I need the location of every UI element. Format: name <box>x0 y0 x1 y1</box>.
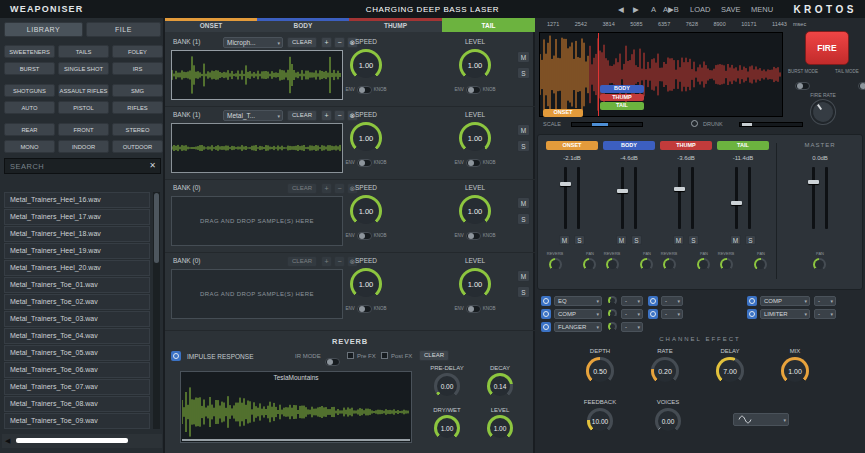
bank-mute-button[interactable]: M <box>517 197 530 209</box>
layer-chip-thump[interactable]: THUMP <box>600 94 644 102</box>
category-smg[interactable]: SMG <box>112 84 163 97</box>
category-front[interactable]: FRONT <box>58 123 109 136</box>
tab-onset[interactable]: ONSET <box>165 18 257 32</box>
env-knob-toggle[interactable] <box>357 159 372 167</box>
master-fx-slot-dropdown[interactable]: LIMITER▾ <box>760 309 810 319</box>
bank-mute-button[interactable]: M <box>517 124 530 136</box>
fx-power-icon[interactable] <box>541 322 551 332</box>
tab-thump[interactable]: THUMP <box>349 18 442 32</box>
pan-knob[interactable] <box>640 258 653 271</box>
drunk-slider-thumb[interactable] <box>742 123 752 126</box>
bank-solo-button[interactable]: S <box>517 140 530 152</box>
env-knob-toggle[interactable] <box>466 305 481 313</box>
fader-track[interactable] <box>735 167 738 229</box>
category-outdoor[interactable]: OUTDOOR <box>112 140 163 153</box>
fx-amount-knob[interactable] <box>608 322 617 331</box>
category-pistol[interactable]: PISTOL <box>58 101 109 114</box>
mix-knob[interactable]: 1.00 <box>781 357 809 385</box>
fader-thumb[interactable] <box>617 189 628 193</box>
category-auto[interactable]: AUTO <box>4 101 55 114</box>
scrollbar-thumb[interactable] <box>154 193 159 263</box>
mixer-chip-onset[interactable]: ONSET <box>546 141 598 150</box>
search-input[interactable]: SEARCH ✕ <box>4 158 161 174</box>
pan-knob[interactable] <box>754 258 767 271</box>
pan-knob[interactable] <box>583 258 596 271</box>
fire-button[interactable]: FIRE <box>805 31 849 65</box>
fx-power-icon[interactable] <box>648 296 658 306</box>
compare-ab-button[interactable]: A▶B <box>663 5 679 14</box>
compare-a-button[interactable]: A <box>651 5 656 14</box>
load-button[interactable]: LOAD <box>690 5 710 14</box>
mixer-mute-button[interactable]: M <box>616 235 627 245</box>
mixer-mute-button[interactable]: M <box>730 235 741 245</box>
decay-knob[interactable]: 0.14 <box>487 373 513 399</box>
speed-env-switch[interactable]: ENVKNOB <box>335 231 397 240</box>
speed-env-switch[interactable]: ENVKNOB <box>335 85 397 94</box>
lfo-waveform-dropdown[interactable]: ▾ <box>733 413 789 426</box>
fx-preset-dropdown[interactable]: -▾ <box>621 322 643 332</box>
bank-solo-button[interactable]: S <box>517 67 530 79</box>
fader-thumb[interactable] <box>731 201 742 205</box>
bank-clear-button[interactable]: CLEAR <box>287 37 317 48</box>
file-item[interactable]: Metal_Trainers_Toe_04.wav <box>4 328 150 344</box>
bank-mute-button[interactable]: M <box>517 270 530 282</box>
fx-slot-dropdown[interactable]: FLANGER▾ <box>554 322 602 332</box>
bank-drop-zone[interactable]: DRAG AND DROP SAMPLE(S) HERE <box>171 196 343 246</box>
file-item[interactable]: Metal_Trainers_Toe_06.wav <box>4 362 150 378</box>
mixer-chip-body[interactable]: BODY <box>603 141 655 150</box>
mixer-mute-button[interactable]: M <box>673 235 684 245</box>
delay-knob[interactable]: 7.00 <box>716 357 744 385</box>
file-list-hscroll[interactable]: ◀ <box>2 434 162 448</box>
mixer-chip-tail[interactable]: TAIL <box>717 141 769 150</box>
speed-knob[interactable]: 1.00 <box>350 268 382 300</box>
bank-mute-button[interactable]: M <box>517 51 530 63</box>
fader-track[interactable] <box>678 167 681 229</box>
mixer-solo-button[interactable]: S <box>745 235 756 245</box>
timeline-display[interactable] <box>539 32 783 117</box>
category-burst[interactable]: BURST <box>4 62 55 75</box>
ir-scrollbar[interactable] <box>182 439 410 441</box>
hscroll-thumb[interactable] <box>16 438 128 443</box>
fx-preset-dropdown[interactable]: -▾ <box>661 309 683 319</box>
mixer-solo-button[interactable]: S <box>688 235 699 245</box>
scale-slider[interactable] <box>571 122 643 127</box>
fx-power-icon[interactable] <box>648 309 658 319</box>
file-item[interactable]: Metal_Trainers_Heel_19.wav <box>4 243 150 259</box>
file-item[interactable]: Metal_Trainers_Heel_18.wav <box>4 226 150 242</box>
bank-waveform[interactable] <box>171 123 343 173</box>
bank-sample-dropdown[interactable]: Metal_T...▾ <box>223 110 283 121</box>
scroll-left-icon[interactable]: ◀ <box>5 437 10 445</box>
bank-waveform[interactable] <box>171 50 343 100</box>
bank-add-icon[interactable]: + <box>321 183 332 194</box>
speed-env-switch[interactable]: ENVKNOB <box>335 158 397 167</box>
layer-chip-tail[interactable]: TAIL <box>600 102 644 110</box>
file-item[interactable]: Metal_Trainers_Toe_05.wav <box>4 345 150 361</box>
file-list-scrollbar[interactable] <box>153 192 160 429</box>
bank-clear-button[interactable]: CLEAR <box>287 256 317 267</box>
mixer-mute-button[interactable]: M <box>559 235 570 245</box>
reverb-send-knob[interactable] <box>663 258 676 271</box>
voices-knob[interactable]: 0.00 <box>655 408 681 434</box>
speed-env-switch[interactable]: ENVKNOB <box>335 304 397 313</box>
bank-solo-button[interactable]: S <box>517 213 530 225</box>
fx-preset-dropdown[interactable]: -▾ <box>814 296 836 306</box>
master-fx-slot-dropdown[interactable]: COMP▾ <box>760 296 810 306</box>
bank-sample-dropdown[interactable]: Microph...▾ <box>223 37 283 48</box>
file-item[interactable]: Metal_Trainers_Toe_09.wav <box>4 413 150 429</box>
dry-wet-knob[interactable]: 1.00 <box>434 415 460 441</box>
reverb-send-knob[interactable] <box>606 258 619 271</box>
bank-add-icon[interactable]: + <box>321 256 332 267</box>
master-fader-track[interactable] <box>812 167 815 229</box>
playhead[interactable] <box>598 33 599 116</box>
env-knob-toggle[interactable] <box>357 232 372 240</box>
env-knob-toggle[interactable] <box>466 232 481 240</box>
menu-button[interactable]: MENU <box>751 5 773 14</box>
level-env-switch[interactable]: ENVKNOB <box>444 304 506 313</box>
fx-preset-dropdown[interactable]: -▾ <box>661 296 683 306</box>
burst-mode-toggle[interactable] <box>795 82 810 90</box>
master-pan-knob[interactable] <box>813 258 826 271</box>
save-button[interactable]: SAVE <box>721 5 740 14</box>
mixer-solo-button[interactable]: S <box>631 235 642 245</box>
mixer-chip-thump[interactable]: THUMP <box>660 141 712 150</box>
tail-mode-toggle[interactable] <box>858 82 865 90</box>
